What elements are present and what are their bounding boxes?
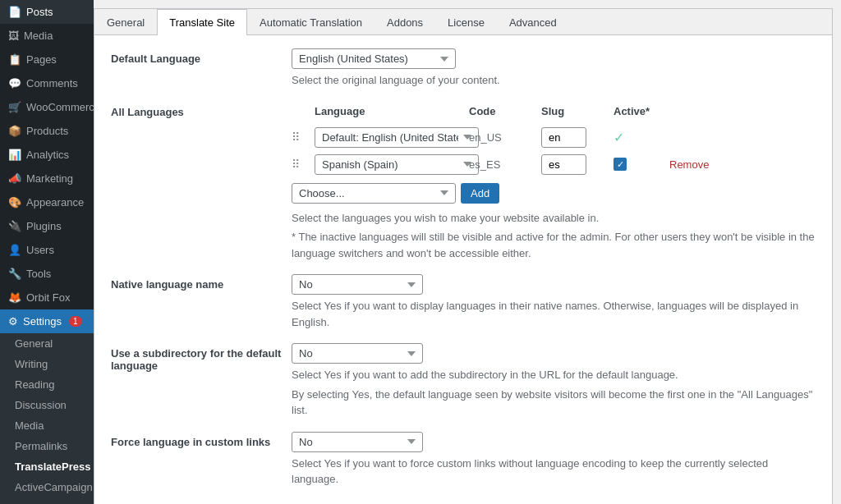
sidebar-item-users[interactable]: 👤 Users	[0, 238, 94, 262]
sidebar-item-plugins[interactable]: 🔌 Plugins	[0, 214, 94, 238]
default-language-field: English (United States) Select the origi…	[292, 48, 816, 89]
subdirectory-row: Use a subdirectory for the default langu…	[111, 343, 816, 419]
default-language-row: Default Language English (United States)…	[111, 48, 816, 89]
tab-general[interactable]: General	[94, 9, 157, 35]
drag-handle-english[interactable]: ⠿	[292, 131, 308, 144]
sidebar-item-settings[interactable]: ⚙ Settings 1	[0, 309, 94, 333]
all-languages-row: All Languages Language Code Slug Active*…	[111, 102, 816, 262]
language-row-english: ⠿ Default: English (United States) en_US…	[292, 124, 816, 151]
default-language-select[interactable]: English (United States)	[292, 48, 456, 69]
tools-icon: 🔧	[8, 268, 21, 280]
sidebar-item-media[interactable]: 🖼 Media	[0, 24, 94, 48]
native-language-select[interactable]: No Yes	[292, 274, 423, 295]
marketing-icon: 📣	[8, 172, 21, 185]
sidebar-item-tools[interactable]: 🔧 Tools	[0, 262, 94, 286]
media-icon: 🖼	[8, 30, 19, 42]
submenu-discussion[interactable]: Discussion	[0, 395, 94, 415]
plugins-icon: 🔌	[8, 220, 21, 232]
code-english: en_US	[469, 131, 535, 144]
native-language-row: Native language name No Yes Select Yes i…	[111, 274, 816, 330]
sidebar-item-orbit-fox[interactable]: 🦊 Orbit Fox	[0, 286, 94, 309]
default-language-description: Select the original language of your con…	[292, 72, 816, 89]
language-switcher-row: Language Switcher ✓ Shortcode [language-…	[111, 501, 816, 505]
submenu-activecampaign[interactable]: ActiveCampaign	[0, 477, 94, 497]
language-row-spanish: ⠿ Spanish (Spain) es_ES Remove	[292, 151, 816, 178]
language-select-english[interactable]: Default: English (United States)	[315, 127, 479, 148]
slug-input-english[interactable]	[541, 127, 586, 148]
sidebar-item-pages[interactable]: 📋 Pages	[0, 48, 94, 71]
tab-advanced[interactable]: Advanced	[497, 9, 569, 35]
force-language-description: Select Yes if you want to force custom l…	[292, 456, 816, 488]
add-language-select[interactable]: Choose...	[292, 183, 456, 204]
sidebar-item-appearance[interactable]: 🎨 Appearance	[0, 190, 94, 214]
settings-panel: General Translate Site Automatic Transla…	[94, 8, 833, 504]
all-languages-label: All Languages	[111, 102, 292, 118]
sidebar-item-analytics[interactable]: 📊 Analytics	[0, 143, 94, 167]
active-checkbox-spanish[interactable]	[614, 158, 627, 171]
comments-icon: 💬	[8, 77, 21, 89]
products-icon: 📦	[8, 125, 21, 137]
subdirectory-desc1: Select Yes if you want to add the subdir…	[292, 367, 816, 383]
add-language-button[interactable]: Add	[461, 183, 499, 204]
submenu-translatepress[interactable]: TranslatePress 1	[0, 456, 94, 477]
woocommerce-icon: 🛒	[8, 101, 21, 113]
sidebar: 📄 Posts 🖼 Media 📋 Pages 💬 Comments 🛒 Woo…	[0, 0, 94, 504]
language-switcher-field: ✓ Shortcode [language-switcher] Flags wi…	[292, 501, 816, 505]
subdirectory-label: Use a subdirectory for the default langu…	[111, 343, 292, 372]
posts-icon: 📄	[8, 6, 21, 18]
force-language-select[interactable]: No Yes	[292, 432, 423, 452]
submenu-reading[interactable]: Reading	[0, 374, 94, 395]
drag-handle-spanish[interactable]: ⠿	[292, 158, 308, 171]
submenu-media[interactable]: Media	[0, 415, 94, 436]
appearance-icon: 🎨	[8, 196, 21, 208]
language-select-spanish[interactable]: Spanish (Spain)	[315, 154, 479, 175]
tab-bar: General Translate Site Automatic Transla…	[94, 9, 832, 35]
all-languages-desc2: * The inactive languages will still be v…	[292, 229, 816, 261]
remove-spanish-link[interactable]: Remove	[669, 158, 735, 171]
tab-automatic-translation[interactable]: Automatic Translation	[247, 9, 375, 35]
native-language-label: Native language name	[111, 274, 292, 291]
subdirectory-select[interactable]: No Yes	[292, 343, 423, 364]
default-language-label: Default Language	[111, 48, 292, 65]
sidebar-item-products[interactable]: 📦 Products	[0, 119, 94, 143]
pages-icon: 📋	[8, 53, 21, 66]
settings-submenu: General Writing Reading Discussion Media…	[0, 333, 94, 504]
main-content: General Translate Site Automatic Transla…	[94, 0, 841, 504]
force-language-label: Force language in custom links	[111, 432, 292, 448]
submenu-general[interactable]: General	[0, 333, 94, 354]
sidebar-item-woocommerce[interactable]: 🛒 WooCommerce	[0, 95, 94, 119]
force-language-field: No Yes Select Yes if you want to force c…	[292, 432, 816, 488]
active-check-english: ✓	[614, 130, 663, 145]
native-language-field: No Yes Select Yes if you want to display…	[292, 274, 816, 330]
slug-input-spanish[interactable]	[541, 154, 586, 175]
orbit-fox-icon: 🦊	[8, 291, 21, 304]
col-active: Active*	[614, 105, 663, 117]
submenu-writing[interactable]: Writing	[0, 354, 94, 374]
col-language: Language	[315, 105, 462, 117]
subdirectory-field: No Yes Select Yes if you want to add the…	[292, 343, 816, 419]
form-body: Default Language English (United States)…	[94, 35, 832, 504]
tab-addons[interactable]: Addons	[375, 9, 435, 35]
force-language-row: Force language in custom links No Yes Se…	[111, 432, 816, 488]
add-language-row: Choose... Add	[292, 183, 816, 204]
submenu-postmark[interactable]: Postmark	[0, 497, 94, 504]
analytics-icon: 📊	[8, 149, 21, 161]
users-icon: 👤	[8, 244, 21, 256]
tab-translate-site[interactable]: Translate Site	[157, 9, 247, 35]
native-language-description: Select Yes if you want to display langua…	[292, 298, 816, 330]
language-switcher-label: Language Switcher	[111, 501, 292, 505]
all-languages-desc1: Select the languages you wish to make yo…	[292, 210, 816, 227]
sidebar-item-comments[interactable]: 💬 Comments	[0, 71, 94, 95]
all-languages-field: Language Code Slug Active* ⠿ Default: En…	[292, 102, 816, 262]
subdirectory-desc2: By selecting Yes, the default language s…	[292, 387, 816, 419]
sidebar-item-posts[interactable]: 📄 Posts	[0, 0, 94, 24]
submenu-permalinks[interactable]: Permalinks	[0, 436, 94, 456]
tab-license[interactable]: License	[435, 9, 497, 35]
language-table-header: Language Code Slug Active*	[292, 102, 816, 124]
sidebar-item-marketing[interactable]: 📣 Marketing	[0, 167, 94, 190]
settings-icon: ⚙	[8, 315, 18, 328]
col-code: Code	[469, 105, 535, 117]
col-slug: Slug	[541, 105, 607, 117]
settings-badge: 1	[69, 316, 82, 327]
code-spanish: es_ES	[469, 158, 535, 171]
